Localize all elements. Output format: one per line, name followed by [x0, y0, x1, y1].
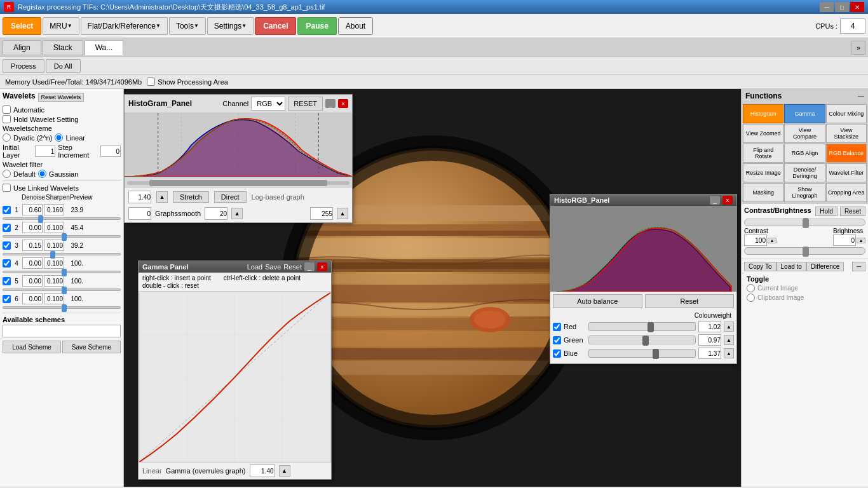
layer-1-denoise[interactable]	[22, 204, 43, 215]
red-up-btn[interactable]: ▲	[724, 322, 734, 332]
direct-button[interactable]: Direct	[214, 191, 247, 203]
min-val-input[interactable]	[128, 207, 151, 220]
historgb-minimize-btn[interactable]: _	[710, 196, 720, 205]
blue-checkbox[interactable]	[553, 349, 561, 358]
historgb-close-btn[interactable]: ×	[722, 196, 733, 205]
green-checkbox[interactable]	[553, 336, 561, 344]
layer-3-sharpen[interactable]	[44, 240, 64, 251]
flat-dark-menu[interactable]: Flat/Dark/Reference	[81, 17, 168, 35]
contrast-hold-btn[interactable]: Hold	[815, 207, 837, 216]
scheme-input[interactable]	[3, 325, 121, 337]
gamma-canvas[interactable]	[139, 291, 331, 463]
cropping-area-btn[interactable]: Cropping Area	[826, 183, 867, 202]
layer-6-slider[interactable]	[3, 306, 121, 309]
view-zoomed-btn[interactable]: View Zoomed	[743, 124, 783, 143]
tools-menu[interactable]: Tools	[169, 17, 206, 35]
view-stacksize-btn[interactable]: View Stacksize	[826, 124, 867, 143]
clipboard-image-radio[interactable]	[747, 294, 755, 302]
initial-layer-input[interactable]	[35, 146, 55, 157]
blue-value-input[interactable]	[698, 348, 721, 359]
masking-btn[interactable]: Masking	[743, 183, 783, 202]
maximize-button[interactable]: □	[835, 2, 849, 12]
tab-wavelets[interactable]: Wa...	[85, 40, 124, 55]
layer-6-checkbox[interactable]	[3, 295, 11, 303]
reset-wavelets-button[interactable]: Reset Wavelets	[38, 93, 85, 102]
layer-2-slider[interactable]	[3, 235, 121, 238]
load-scheme-button[interactable]: Load Scheme	[3, 341, 61, 353]
gamma-reset-btn[interactable]: Reset	[283, 263, 302, 271]
histogram-minimize-button[interactable]: _	[325, 99, 336, 108]
layer-5-denoise[interactable]	[22, 275, 43, 287]
gamma-value-input[interactable]	[128, 191, 151, 203]
process-button[interactable]: Process	[3, 59, 44, 73]
red-value-input[interactable]	[698, 321, 721, 332]
view-compare-btn[interactable]: View Compare	[784, 124, 825, 143]
layer-3-slider[interactable]	[3, 253, 121, 255]
histogram-reset-button[interactable]: RESET	[288, 97, 323, 111]
red-checkbox[interactable]	[553, 323, 561, 331]
gamma-close-btn[interactable]: ×	[317, 262, 327, 271]
dyadic-radio[interactable]	[3, 133, 11, 142]
pause-button[interactable]: Pause	[297, 17, 336, 35]
auto-balance-button[interactable]: Auto balance	[553, 294, 642, 308]
layer-1-checkbox[interactable]	[3, 206, 11, 214]
layer-6-denoise[interactable]	[22, 293, 43, 304]
functions-collapse2-btn[interactable]: ─	[852, 262, 865, 271]
layer-2-sharpen[interactable]	[44, 222, 64, 233]
save-scheme-button[interactable]: Save Scheme	[62, 341, 121, 353]
step-increment-input[interactable]	[100, 146, 121, 157]
wavelet-filter-btn[interactable]: Wavelet Filter	[826, 163, 867, 182]
hold-wavelet-checkbox[interactable]	[3, 115, 11, 123]
layer-4-slider[interactable]	[3, 271, 121, 273]
smooth-up-btn[interactable]: ▲	[231, 208, 243, 219]
layer-2-denoise[interactable]	[22, 222, 43, 233]
green-up-btn[interactable]: ▲	[724, 335, 734, 345]
brightness-slider[interactable]	[744, 247, 865, 255]
linear-radio[interactable]	[55, 133, 63, 142]
mru-menu[interactable]: MRU	[43, 17, 79, 35]
gamma-load-btn[interactable]: Load	[247, 263, 262, 271]
show-linegraph-btn[interactable]: Show Linegraph	[784, 183, 825, 202]
channel-select[interactable]: RGB R G B	[251, 97, 285, 111]
resize-image-btn[interactable]: Resize Image	[743, 163, 783, 182]
layer-3-denoise[interactable]	[22, 240, 43, 251]
brightness-input[interactable]	[833, 234, 856, 246]
use-linked-checkbox[interactable]	[3, 184, 11, 192]
layer-1-sharpen[interactable]	[44, 204, 64, 215]
graphssmooth-input[interactable]	[205, 207, 227, 220]
histogram-func-btn[interactable]: Histogram	[743, 104, 783, 123]
do-all-button[interactable]: Do All	[46, 59, 81, 73]
gamma-val-up-btn[interactable]: ▲	[279, 465, 290, 477]
layer-5-checkbox[interactable]	[3, 277, 11, 285]
layer-4-sharpen[interactable]	[44, 257, 64, 269]
minimize-button[interactable]: ─	[820, 2, 834, 12]
gamma-up-btn[interactable]: ▲	[156, 191, 168, 203]
brightness-up-btn[interactable]: ▲	[857, 238, 865, 243]
cancel-button[interactable]: Cancel	[255, 17, 296, 35]
max-up-btn[interactable]: ▲	[337, 208, 348, 219]
histogram-scrollbar[interactable]	[125, 177, 352, 188]
colour-mixing-btn[interactable]: Colour Mixing	[826, 104, 867, 123]
gaussian-radio[interactable]	[38, 170, 46, 178]
flip-rotate-btn[interactable]: Flip and Rotate	[743, 144, 783, 163]
layer-5-slider[interactable]	[3, 288, 121, 291]
settings-menu[interactable]: Settings	[207, 17, 254, 35]
rgb-align-btn[interactable]: RGB Align	[784, 144, 825, 163]
gamma-save-btn[interactable]: Save	[265, 263, 281, 271]
about-text[interactable]: About	[338, 17, 373, 35]
layer-5-sharpen[interactable]	[44, 275, 64, 287]
select-button[interactable]: Select	[3, 17, 41, 35]
gamma-minimize-btn[interactable]: _	[304, 262, 315, 271]
histogram-close-button[interactable]: ×	[338, 99, 348, 108]
denoise-deringing-btn[interactable]: Denoise/ Deringing	[784, 163, 825, 182]
historgb-reset-button[interactable]: Reset	[645, 294, 735, 308]
green-value-input[interactable]	[698, 334, 721, 346]
tab-stack[interactable]: Stack	[43, 40, 83, 55]
layer-3-checkbox[interactable]	[3, 241, 11, 250]
blue-up-btn[interactable]: ▲	[724, 348, 734, 358]
contrast-input[interactable]	[744, 234, 767, 246]
load-to-btn[interactable]: Load to	[776, 262, 806, 271]
automatic-checkbox[interactable]	[3, 105, 11, 114]
contrast-reset-btn[interactable]: Reset	[840, 207, 865, 216]
functions-collapse-btn[interactable]: ─	[858, 91, 864, 101]
